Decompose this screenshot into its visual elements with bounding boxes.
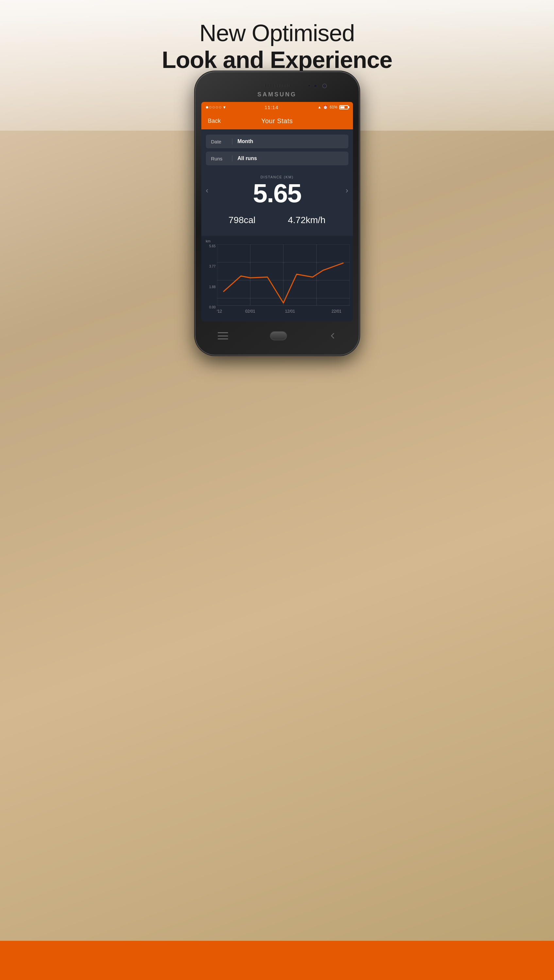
chart-container: 5.65 3.77 1.88 0.00	[204, 244, 350, 316]
status-time: 11:14	[264, 105, 278, 110]
secondary-stats: 798cal 4.72km/h	[206, 212, 348, 231]
status-left: ▾	[206, 105, 225, 110]
chart-svg: 25/12 02/01 12/01 22/01	[217, 244, 350, 316]
battery-percent: 61%	[329, 105, 337, 110]
home-button[interactable]	[270, 331, 287, 340]
alarm-icon: ⏰	[323, 105, 328, 110]
menu-line-1	[218, 332, 228, 333]
svg-text:22/01: 22/01	[331, 309, 341, 314]
menu-line-3	[218, 339, 228, 339]
battery-fill	[340, 106, 345, 108]
calories-value: 798	[228, 215, 244, 225]
signal-dot-4	[216, 106, 218, 108]
title-bold2: Experience	[270, 47, 392, 73]
samsung-logo: SAMSUNG	[257, 91, 297, 98]
signal-dot-1	[206, 106, 208, 108]
sensor-dot2	[308, 84, 310, 87]
speed-unit: km/h	[306, 215, 326, 225]
back-button[interactable]: Back	[208, 118, 221, 124]
app-content: Date Month Runs All runs ‹ DISTANCE (KM)…	[201, 129, 353, 236]
chart-y-axis: 5.65 3.77 1.88 0.00	[204, 244, 217, 316]
date-filter-row[interactable]: Date Month	[206, 135, 348, 148]
location-icon: ▲	[318, 105, 322, 110]
signal-dots	[206, 106, 221, 108]
title-bold1: Look	[162, 47, 217, 73]
wifi-icon: ▾	[223, 105, 225, 110]
signal-dot-3	[212, 106, 215, 108]
back-hardware-icon	[329, 332, 336, 339]
svg-text:02/01: 02/01	[245, 309, 255, 314]
calories-stat: 798cal	[228, 215, 255, 225]
title-normal: and	[217, 47, 270, 73]
stats-next-button[interactable]: ›	[346, 186, 348, 195]
signal-dot-5	[219, 106, 221, 108]
speed-stat: 4.72km/h	[288, 215, 326, 225]
runs-filter-label: Runs	[206, 156, 232, 161]
calories-unit: cal	[244, 215, 255, 225]
svg-text:12/01: 12/01	[285, 309, 295, 314]
status-right: ▲ ⏰ 61%	[318, 105, 348, 110]
date-filter-label: Date	[206, 139, 232, 145]
y-tick-1: 5.65	[204, 244, 217, 248]
date-filter-value: Month	[232, 138, 348, 145]
runs-filter-row[interactable]: Runs All runs	[206, 151, 348, 165]
runs-filter-value: All runs	[232, 156, 348, 161]
phone-screen: ▾ 11:14 ▲ ⏰ 61% Back Your Stats	[201, 102, 353, 321]
nav-bar: Back Your Stats	[201, 112, 353, 129]
title-line1: New Optimised	[0, 20, 554, 46]
menu-line-2	[218, 336, 228, 336]
stats-section: ‹ DISTANCE (KM) 5.65 ›	[206, 169, 348, 212]
y-tick-4: 0.00	[204, 305, 217, 309]
svg-text:25/12: 25/12	[217, 309, 222, 314]
back-hardware-button[interactable]	[329, 332, 337, 340]
title-line2: Look and Experience	[0, 46, 554, 73]
status-bar: ▾ 11:14 ▲ ⏰ 61%	[201, 102, 353, 112]
page-title-area: New Optimised Look and Experience	[0, 20, 554, 73]
battery-icon	[339, 105, 348, 110]
y-tick-3: 1.88	[204, 285, 217, 289]
speed-value: 4.72	[288, 215, 306, 225]
sensor-dot1	[314, 84, 317, 88]
chart-y-label: km	[206, 239, 350, 243]
chart-inner: 25/12 02/01 12/01 22/01	[217, 244, 350, 316]
phone-wrapper: SAMSUNG ▾ 11:14 ▲	[195, 72, 359, 355]
front-camera-icon	[322, 84, 327, 88]
bottom-bezel	[201, 323, 353, 349]
stats-prev-button[interactable]: ‹	[206, 186, 209, 195]
y-tick-2: 3.77	[204, 265, 217, 268]
bottom-bar	[0, 941, 554, 980]
top-bezel: SAMSUNG	[201, 78, 353, 100]
phone-shell: SAMSUNG ▾ 11:14 ▲	[195, 72, 359, 355]
nav-title: Your Stats	[261, 117, 293, 125]
speaker-grille	[264, 84, 290, 87]
menu-button[interactable]	[218, 332, 228, 339]
chart-area: km 5.65 3.77 1.88 0.00	[201, 236, 353, 321]
distance-value: 5.65	[206, 180, 348, 207]
signal-dot-2	[209, 106, 211, 108]
